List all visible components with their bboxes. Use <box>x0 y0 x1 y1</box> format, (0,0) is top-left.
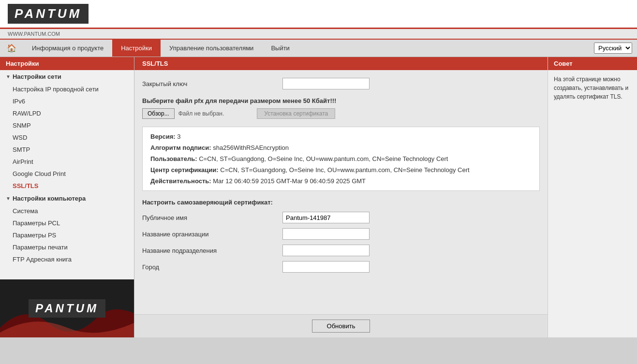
update-button-row: Обновить <box>134 314 548 337</box>
sidebar-item-ssl-tls[interactable]: SSL/TLS <box>0 180 134 192</box>
field-public-name-input[interactable] <box>282 212 370 223</box>
sidebar-container: Настройки ▼ Настройки сети Настройка IP … <box>0 57 134 337</box>
cert-version-row: Версия: 3 <box>150 133 532 140</box>
header: PANTUM <box>0 0 637 29</box>
private-key-label: Закрытый ключ <box>142 80 282 87</box>
cert-algorithm-row: Алгоритм подписи: sha256WithRSAEncryptio… <box>150 144 532 151</box>
field-org-name-input[interactable] <box>282 228 370 240</box>
sidebar-logo: PANTUM <box>29 299 105 318</box>
tip-panel: Совет На этой странице можно создавать, … <box>548 57 637 337</box>
update-button[interactable]: Обновить <box>312 320 370 333</box>
sidebar-item-system[interactable]: Система <box>0 205 134 217</box>
file-row: Обзор... Файл не выбран. Установка серти… <box>142 108 540 119</box>
sidebar-item-print-params[interactable]: Параметры печати <box>0 241 134 253</box>
file-select-section: Выберите файл pfx для передачи размером … <box>142 97 540 119</box>
field-city-label: Город <box>142 263 282 271</box>
sidebar-item-wsd[interactable]: WSD <box>0 131 134 144</box>
sidebar-item-smtp[interactable]: SMTP <box>0 144 134 156</box>
nav-lang-select-container[interactable]: Русский <box>589 40 637 57</box>
sidebar-item-pcl[interactable]: Параметры PCL <box>0 217 134 229</box>
sidebar-item-ps[interactable]: Параметры PS <box>0 229 134 241</box>
sidebar-item-google-cloud-print[interactable]: Google Cloud Print <box>0 168 134 180</box>
cert-info-box: Версия: 3 Алгоритм подписи: sha256WithRS… <box>142 127 540 191</box>
file-notice: Выберите файл pfx для передачи размером … <box>142 97 540 104</box>
nav-item-logout[interactable]: Выйти <box>262 40 298 57</box>
logo-text: PANTUM <box>15 6 82 21</box>
field-city-input[interactable] <box>282 261 370 273</box>
nav-item-settings[interactable]: Настройки <box>112 40 161 57</box>
nav-bar: 🏠 Информация о продукте Настройки Управл… <box>0 40 637 57</box>
field-dept-name-row: Название подразделения <box>142 245 540 256</box>
field-city-row: Город <box>142 261 540 273</box>
main-layout: Настройки ▼ Настройки сети Настройка IP … <box>0 57 637 337</box>
sidebar-section-computer: ▼ Настройки компьютера Система Параметры… <box>0 192 134 265</box>
tip-header: Совет <box>548 57 637 70</box>
browse-button[interactable]: Обзор... <box>142 108 175 119</box>
sidebar-header: Настройки <box>0 57 134 70</box>
cert-user-row: Пользователь: C=CN, ST=Guangdong, O=Sein… <box>150 155 532 162</box>
logo: PANTUM <box>8 4 89 24</box>
field-dept-name-input[interactable] <box>282 245 370 256</box>
file-name-label: Файл не выбран. <box>178 110 224 117</box>
cert-validity-row: Действительность: Mar 12 06:40:59 2015 G… <box>150 177 532 185</box>
nav-item-info[interactable]: Информация о продукте <box>23 40 112 57</box>
sidebar-section-network-title: ▼ Настройки сети <box>0 70 134 83</box>
self-signed-section: Настроить самозаверяющий сертификат: Пуб… <box>142 199 540 273</box>
sidebar-item-ip[interactable]: Настройка IP проводной сети <box>0 83 134 95</box>
sidebar-logo-area: PANTUM <box>0 279 134 337</box>
install-cert-button[interactable]: Установка сертификата <box>257 108 335 119</box>
sidebar-item-raw-lpd[interactable]: RAW/LPD <box>0 107 134 119</box>
self-signed-title: Настроить самозаверяющий сертификат: <box>142 199 540 206</box>
field-public-name-label: Публичное имя <box>142 214 282 221</box>
sidebar-item-airprint[interactable]: AirPrint <box>0 156 134 168</box>
subheader: WWW.PANTUM.COM <box>0 29 637 40</box>
sidebar-item-snmp[interactable]: SNMP <box>0 119 134 131</box>
nav-item-users[interactable]: Управление пользователями <box>161 40 262 57</box>
lang-select[interactable]: Русский <box>594 43 632 54</box>
content-body: Закрытый ключ Выберите файл pfx для пере… <box>134 70 548 314</box>
sidebar-section-computer-title: ▼ Настройки компьютера <box>0 192 134 205</box>
tip-body: На этой странице можно создавать, устана… <box>548 70 637 106</box>
cert-center-row: Центр сертификации: C=CN, ST=Guangdong, … <box>150 166 532 174</box>
content-area: SSL/TLS Закрытый ключ Выберите файл pfx … <box>134 57 548 337</box>
sidebar-item-ipv6[interactable]: IPv6 <box>0 95 134 107</box>
sidebar-nav: Настройки ▼ Настройки сети Настройка IP … <box>0 57 134 279</box>
field-org-name-label: Название организации <box>142 231 282 238</box>
private-key-row: Закрытый ключ <box>142 78 540 89</box>
field-dept-name-label: Название подразделения <box>142 247 282 254</box>
private-key-input[interactable] <box>282 78 370 89</box>
sidebar-section-network: ▼ Настройки сети Настройка IP проводной … <box>0 70 134 192</box>
field-public-name-row: Публичное имя <box>142 212 540 223</box>
nav-home[interactable]: 🏠 <box>0 40 23 57</box>
field-org-name-row: Название организации <box>142 228 540 240</box>
content-header: SSL/TLS <box>134 57 548 70</box>
sidebar-item-ftp[interactable]: FTP Адресная книга <box>0 253 134 265</box>
